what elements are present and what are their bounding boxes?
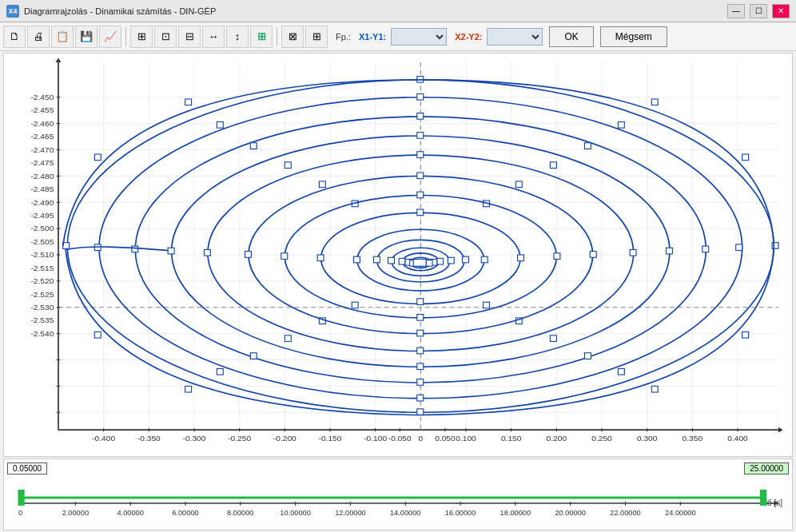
svg-rect-121 bbox=[417, 173, 424, 179]
svg-rect-129 bbox=[554, 253, 560, 260]
x1y1-dropdown[interactable] bbox=[391, 28, 447, 46]
svg-text:-0.400: -0.400 bbox=[92, 435, 115, 443]
svg-rect-135 bbox=[417, 209, 424, 216]
svg-rect-95 bbox=[417, 379, 424, 386]
svg-rect-71 bbox=[772, 243, 778, 249]
separator-2 bbox=[277, 27, 277, 46]
svg-rect-107 bbox=[285, 335, 291, 342]
toolbar: 🗋 🖨 📋 💾 📈 ⊞ ⊡ ⊟ ↔ ↕ ⊞ ⊠ ⊞ Fp.: X1-Y1: X2… bbox=[0, 22, 796, 51]
svg-text:-2.530: -2.530 bbox=[30, 303, 54, 312]
svg-rect-84 bbox=[736, 244, 742, 251]
svg-text:-0.250: -0.250 bbox=[228, 435, 251, 443]
separator-1 bbox=[125, 27, 126, 46]
svg-rect-93 bbox=[702, 246, 709, 252]
zoom2-button[interactable]: ⊟ bbox=[178, 26, 201, 48]
svg-text:-2.460: -2.460 bbox=[30, 119, 54, 128]
table-button[interactable]: ⊞ bbox=[130, 26, 153, 48]
cancel-button[interactable]: Mégsem bbox=[600, 26, 667, 47]
copy-button[interactable]: 📋 bbox=[51, 26, 74, 48]
svg-text:-2.510: -2.510 bbox=[30, 250, 54, 259]
svg-text:-2.450: -2.450 bbox=[30, 93, 54, 101]
svg-rect-134 bbox=[518, 255, 524, 261]
print-button[interactable]: 🖨 bbox=[27, 26, 50, 48]
svg-text:0: 0 bbox=[18, 509, 22, 517]
svg-rect-89 bbox=[217, 368, 223, 375]
app-icon: X4 bbox=[6, 5, 19, 18]
svg-text:0.350: 0.350 bbox=[683, 435, 703, 443]
new-button[interactable]: 🗋 bbox=[3, 26, 26, 48]
svg-rect-79 bbox=[742, 154, 749, 161]
svg-text:-2.495: -2.495 bbox=[30, 211, 54, 220]
cursor-button[interactable]: ↕ bbox=[226, 26, 249, 48]
svg-text:12.00000: 12.00000 bbox=[335, 509, 366, 517]
svg-text:-0.050: -0.050 bbox=[388, 435, 412, 443]
svg-rect-101 bbox=[168, 248, 174, 254]
svg-rect-119 bbox=[245, 252, 251, 258]
svg-text:8.00000: 8.00000 bbox=[227, 509, 253, 517]
svg-rect-128 bbox=[281, 253, 288, 260]
svg-rect-145 bbox=[481, 256, 488, 263]
svg-rect-97 bbox=[584, 143, 591, 149]
svg-rect-144 bbox=[353, 256, 360, 263]
x2y2-dropdown[interactable] bbox=[487, 28, 543, 46]
save-button[interactable]: 💾 bbox=[75, 26, 98, 48]
svg-text:-0.350: -0.350 bbox=[137, 435, 161, 443]
tb-btn-6[interactable]: ⊠ bbox=[281, 26, 304, 48]
svg-rect-96 bbox=[250, 143, 257, 149]
svg-rect-115 bbox=[515, 181, 522, 188]
chart-area[interactable]: eZ₁ [mm] 24. cspt. eX₁ [mm] 24. cspt. 0.… bbox=[3, 53, 793, 457]
svg-rect-74 bbox=[185, 99, 192, 105]
main-area: eZ₁ [mm] 24. cspt. eX₁ [mm] 24. cspt. 0.… bbox=[0, 51, 796, 532]
fp-label: Fp.: bbox=[336, 32, 351, 42]
x2y2-label: X2-Y2: bbox=[455, 32, 482, 42]
timeline-svg: 0 2.00000 4.00000 6.00000 8.00000 10.000… bbox=[4, 459, 792, 530]
svg-text:-2.465: -2.465 bbox=[30, 133, 54, 141]
svg-rect-149 bbox=[448, 257, 454, 264]
svg-rect-102 bbox=[666, 248, 672, 254]
svg-rect-146 bbox=[373, 256, 380, 263]
svg-text:0.250: 0.250 bbox=[591, 435, 612, 443]
svg-text:-2.485: -2.485 bbox=[30, 185, 54, 193]
svg-rect-81 bbox=[742, 332, 749, 338]
svg-text:2.00000: 2.00000 bbox=[62, 509, 89, 517]
svg-rect-120 bbox=[590, 252, 596, 258]
title-bar: X4 Diagramrajzolás - Dinamikai számítás … bbox=[0, 0, 796, 22]
close-button[interactable]: ✕ bbox=[772, 4, 790, 18]
svg-text:0.300: 0.300 bbox=[637, 435, 658, 443]
svg-text:-0.100: -0.100 bbox=[364, 435, 387, 443]
ok-button[interactable]: OK bbox=[549, 26, 593, 47]
minimize-button[interactable]: — bbox=[727, 4, 745, 18]
svg-rect-90 bbox=[618, 368, 624, 375]
grid-button[interactable]: ⊞ bbox=[250, 26, 273, 48]
svg-text:18.00000: 18.00000 bbox=[500, 509, 531, 517]
maximize-button[interactable]: ☐ bbox=[750, 4, 767, 18]
svg-text:-2.475: -2.475 bbox=[30, 158, 54, 167]
svg-rect-92 bbox=[132, 246, 138, 252]
svg-marker-189 bbox=[774, 501, 778, 506]
svg-rect-126 bbox=[484, 302, 490, 308]
svg-rect-130 bbox=[417, 192, 424, 198]
svg-text:-0.300: -0.300 bbox=[183, 435, 206, 443]
svg-text:0.400: 0.400 bbox=[727, 435, 748, 443]
svg-text:20.00000: 20.00000 bbox=[555, 509, 586, 517]
svg-text:0: 0 bbox=[418, 435, 423, 443]
svg-rect-88 bbox=[618, 121, 624, 128]
svg-rect-106 bbox=[550, 162, 556, 169]
timeline-area[interactable]: 0.05000 25.00000 Idő [s] 0 2.00000 4.000… bbox=[3, 459, 793, 530]
measure-button[interactable]: ↔ bbox=[202, 26, 225, 48]
svg-rect-80 bbox=[94, 332, 101, 338]
svg-rect-85 bbox=[417, 93, 424, 100]
chart-button[interactable]: 📈 bbox=[99, 26, 121, 48]
chart-svg: -2.450 -2.455 -2.460 -2.465 -2.470 -2.47… bbox=[4, 54, 792, 456]
svg-text:6.00000: 6.00000 bbox=[172, 509, 198, 517]
svg-text:-2.515: -2.515 bbox=[30, 264, 54, 272]
svg-rect-133 bbox=[317, 255, 324, 261]
svg-text:16.00000: 16.00000 bbox=[445, 509, 476, 517]
svg-text:0.100: 0.100 bbox=[456, 435, 476, 443]
svg-text:-2.490: -2.490 bbox=[30, 198, 54, 207]
tb-btn-7[interactable]: ⊞ bbox=[305, 26, 328, 48]
svg-rect-150 bbox=[399, 258, 405, 264]
svg-rect-94 bbox=[417, 113, 424, 120]
svg-text:-2.525: -2.525 bbox=[30, 290, 54, 299]
zoom-button[interactable]: ⊡ bbox=[154, 26, 177, 48]
